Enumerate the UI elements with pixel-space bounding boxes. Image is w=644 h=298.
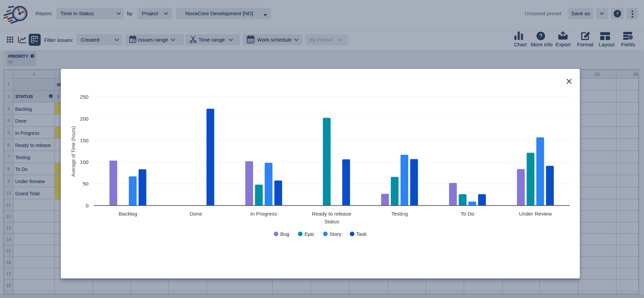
svg-text:200: 200: [80, 116, 89, 122]
svg-text:In Progress: In Progress: [250, 211, 277, 217]
svg-text:Average of Time (hours): Average of Time (hours): [71, 126, 76, 177]
svg-text:150: 150: [80, 138, 89, 143]
svg-text:Bug: Bug: [280, 231, 290, 237]
svg-text:To Do: To Do: [461, 211, 474, 217]
svg-text:Done: Done: [190, 211, 202, 217]
svg-text:Status: Status: [324, 219, 339, 224]
svg-text:0: 0: [85, 203, 89, 208]
svg-text:250: 250: [80, 94, 89, 100]
svg-text:Epic: Epic: [304, 231, 315, 237]
svg-text:Ready to release: Ready to release: [312, 211, 351, 217]
svg-text:100: 100: [80, 159, 89, 165]
svg-text:Story: Story: [330, 231, 342, 237]
svg-text:Backlog: Backlog: [119, 211, 137, 217]
svg-text:Under Review: Under Review: [519, 211, 552, 217]
svg-text:Task: Task: [356, 231, 367, 237]
svg-text:50: 50: [83, 181, 89, 187]
svg-text:Testing: Testing: [391, 211, 408, 217]
